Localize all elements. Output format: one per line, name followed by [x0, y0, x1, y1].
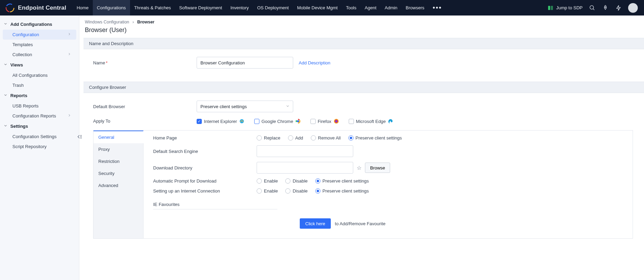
svg-rect-3 — [548, 6, 550, 10]
breadcrumb-sep: › — [132, 20, 134, 24]
sidebar-collapse-handle[interactable] — [76, 133, 84, 141]
tablist: GeneralProxyRestrictionSecurityAdvanced — [93, 131, 143, 238]
sidebar-item-templates[interactable]: Templates — [3, 40, 76, 50]
sidebar-group-add-configurations[interactable]: Add Configurations — [0, 19, 79, 30]
apply-to-google-chrome[interactable]: Google Chrome — [254, 118, 301, 124]
section-configure-body: Default Browser Apply To ✓Internet Explo… — [79, 93, 644, 246]
config-name-input[interactable] — [197, 57, 293, 69]
apply-to-options: ✓Internet ExplorerGoogle ChromeFirefoxMi… — [197, 118, 393, 124]
user-avatar[interactable] — [628, 3, 638, 13]
nav-item-home[interactable]: Home — [72, 0, 93, 15]
auto-prompt-option-enable[interactable]: Enable — [257, 178, 278, 184]
apply-to-firefox[interactable]: Firefox — [310, 118, 339, 124]
name-label: Name* — [93, 60, 197, 65]
download-dir-input[interactable] — [257, 162, 353, 174]
home-page-option-remove-all[interactable]: Remove All — [311, 135, 341, 141]
sidebar-group-views[interactable]: Views — [0, 60, 79, 70]
svg-point-13 — [297, 120, 299, 122]
default-browser-select[interactable] — [197, 101, 293, 112]
tab-advanced[interactable]: Advanced — [93, 179, 143, 191]
browser-settings-panel: GeneralProxyRestrictionSecurityAdvanced … — [93, 130, 633, 239]
nav-item-software-deployment[interactable]: Software Deployment — [175, 0, 226, 15]
breadcrumb-current: Browser — [137, 20, 155, 24]
svg-point-5 — [590, 6, 594, 9]
default-browser-label: Default Browser — [93, 104, 197, 109]
apply-to-microsoft-edge[interactable]: Microsoft Edge — [349, 118, 394, 124]
bolt-icon[interactable] — [615, 4, 622, 11]
home-page-option-add[interactable]: Add — [288, 135, 303, 141]
nav-item-os-deployment[interactable]: OS Deployment — [253, 0, 293, 15]
jump-sdp-label: Jump to SDP — [556, 5, 583, 10]
sidebar-group-reports[interactable]: Reports — [0, 90, 79, 101]
auto-prompt-option-disable[interactable]: Disable — [285, 178, 307, 184]
setup-conn-label: Setting up an Internet Connection — [153, 188, 257, 194]
sdp-icon — [548, 5, 553, 11]
sidebar-item-usb-reports[interactable]: USB Reports — [3, 101, 76, 111]
svg-point-11 — [240, 119, 244, 123]
download-dir-label: Download Directory — [153, 165, 257, 170]
page-title: Browser (User) — [79, 27, 644, 38]
search-engine-input[interactable] — [257, 145, 353, 157]
sidebar-group-settings[interactable]: Settings — [0, 121, 79, 132]
sidebar-item-configuration-reports[interactable]: Configuration Reports — [3, 111, 76, 121]
fav-hint-text: to Add/Remove Favourite — [335, 221, 386, 226]
brand[interactable]: Endpoint Central — [0, 3, 66, 12]
sidebar-item-all-configurations[interactable]: All Configurations — [3, 70, 76, 80]
ie-fav-header: IE Favourites — [153, 202, 277, 209]
setup-conn-option-disable[interactable]: Disable — [285, 188, 307, 194]
nav-item-agent[interactable]: Agent — [360, 0, 380, 15]
tab-restriction[interactable]: Restriction — [93, 155, 143, 167]
breadcrumb: Windows Configuration › Browser — [79, 15, 644, 27]
sidebar-item-configuration-settings[interactable]: Configuration Settings — [3, 132, 76, 142]
star-icon[interactable]: ☆ — [357, 165, 361, 171]
nav-item-inventory[interactable]: Inventory — [226, 0, 253, 15]
tab-proxy[interactable]: Proxy — [93, 143, 143, 155]
top-navbar: Endpoint Central HomeConfigurationsThrea… — [0, 0, 644, 15]
tab-general[interactable]: General — [93, 131, 143, 143]
brand-logo-icon — [6, 3, 14, 12]
auto-prompt-option-preserve-client-settings[interactable]: Preserve client settings — [315, 178, 369, 184]
nav-item-admin[interactable]: Admin — [380, 0, 402, 15]
browse-button[interactable]: Browse — [365, 163, 390, 173]
nav-item-browsers[interactable]: Browsers — [402, 0, 428, 15]
jump-to-sdp[interactable]: Jump to SDP — [548, 5, 583, 11]
search-engine-label: Default Search Engine — [153, 149, 257, 154]
svg-point-2 — [6, 3, 14, 12]
svg-rect-4 — [551, 6, 553, 10]
click-here-button[interactable]: Click here — [300, 218, 331, 229]
setup-conn-option-enable[interactable]: Enable — [257, 188, 278, 194]
home-page-options: ReplaceAddRemove AllPreserve client sett… — [257, 135, 402, 141]
sidebar-item-script-repository[interactable]: Script Repository — [3, 142, 76, 152]
rocket-icon[interactable] — [602, 4, 609, 11]
nav-item-threats-patches[interactable]: Threats & Patches — [130, 0, 175, 15]
home-page-option-replace[interactable]: Replace — [257, 135, 280, 141]
main-panel: Windows Configuration › Browser Browser … — [79, 15, 644, 280]
section-name-desc-body: Name* Add Description — [79, 49, 644, 82]
nav-item-configurations[interactable]: Configurations — [93, 0, 130, 15]
tab-security[interactable]: Security — [93, 167, 143, 179]
apply-to-internet-explorer[interactable]: ✓Internet Explorer — [197, 118, 245, 124]
sidebar-item-configuration[interactable]: Configuration — [3, 30, 76, 40]
setup-conn-options: EnableDisablePreserve client settings — [257, 188, 369, 194]
section-configure-header: Configure Browser — [83, 82, 644, 93]
section-name-desc-header: Name and Description — [83, 38, 644, 49]
search-icon[interactable] — [589, 4, 596, 11]
setup-conn-option-preserve-client-settings[interactable]: Preserve client settings — [315, 188, 369, 194]
sidebar-item-collection[interactable]: Collection — [3, 50, 76, 60]
home-page-option-preserve-client-settings[interactable]: Preserve client settings — [348, 135, 402, 141]
sidebar: Add ConfigurationsConfigurationTemplates… — [0, 15, 79, 280]
auto-prompt-label: Automatic Prompt for Download — [153, 178, 257, 184]
apply-to-label: Apply To — [93, 118, 197, 124]
nav-more[interactable]: ••• — [428, 4, 446, 12]
breadcrumb-root[interactable]: Windows Configuration — [85, 20, 129, 24]
nav-item-tools[interactable]: Tools — [342, 0, 360, 15]
tab-general-content: Home Page ReplaceAddRemove AllPreserve c… — [143, 131, 633, 238]
auto-prompt-options: EnableDisablePreserve client settings — [257, 178, 369, 184]
default-browser-value[interactable] — [197, 101, 293, 112]
nav-items: HomeConfigurationsThreats & PatchesSoftw… — [72, 0, 428, 15]
add-description-link[interactable]: Add Description — [299, 60, 330, 65]
nav-item-mobile-device-mgmt[interactable]: Mobile Device Mgmt — [293, 0, 342, 15]
svg-line-6 — [593, 9, 594, 10]
sidebar-item-trash[interactable]: Trash — [3, 80, 76, 90]
navbar-right: Jump to SDP — [548, 3, 640, 13]
